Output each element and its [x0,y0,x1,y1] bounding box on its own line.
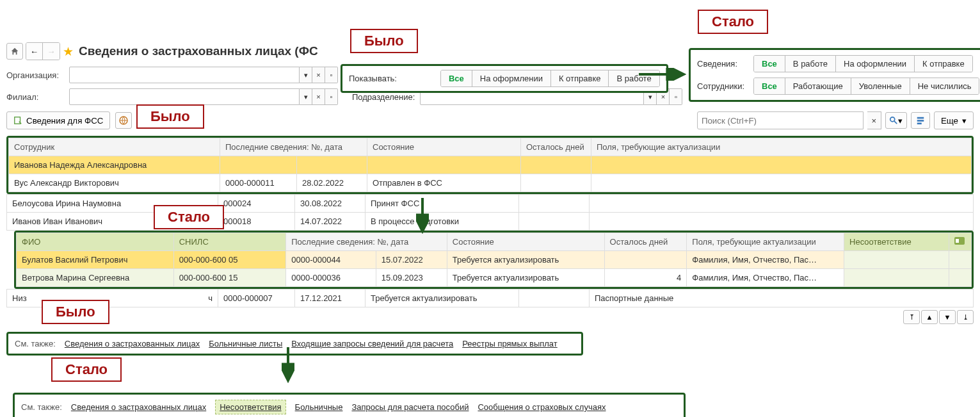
arrow-2 [416,197,429,235]
link-new-5[interactable]: Сообщения о страховых случаях [478,402,606,412]
seg-new2-none[interactable]: Не числились [910,78,979,94]
link-old-1[interactable]: Сведения о застрахованных лицах [65,339,200,348]
seg-new1-all[interactable]: Все [754,56,785,72]
seg-new-row1: Все В работе На оформлении К отправке [753,55,973,72]
branch-open[interactable]: ▫ [325,88,338,105]
table-row[interactable]: Белоусова Ирина Наумовна 000024 30.08.20… [7,195,974,213]
table-row[interactable]: Иванова Надежда Александровна [9,156,972,174]
link-new-2[interactable]: Несоответствия [215,400,285,414]
link-old-3[interactable]: Входящие запросы сведений для расчета [291,339,453,348]
table-row[interactable]: Булатов Василий Петрович 000-000-600 05 … [17,251,972,269]
cell-days [521,156,591,174]
th-fio[interactable]: ФИО [17,233,174,251]
seg-old-processing[interactable]: На оформлении [472,70,551,86]
table-row[interactable]: Вус Александр Викторович 0000-000011 28.… [9,174,972,192]
fss-info-button[interactable]: Сведения для ФСС [6,111,110,129]
seg-new1-tosend[interactable]: К отправке [915,56,972,72]
th-mismatch[interactable]: Несоответствие [844,233,949,251]
th-card-icon[interactable] [949,233,971,251]
back-button[interactable]: ← [26,43,43,60]
branch-dropdown[interactable]: ▾ [300,88,312,105]
th-snils[interactable]: СНИЛС [173,233,286,251]
seg-old-tosend[interactable]: К отправке [551,70,609,86]
page-title: Сведения о застрахованных лицах (ФС [79,44,318,58]
svg-rect-7 [917,117,924,119]
cell-days [519,213,590,231]
org-dropdown[interactable]: ▾ [300,67,312,83]
seg-new1-processing[interactable]: На оформлении [836,56,915,72]
cell-date: 15.09.2023 [376,269,447,287]
cell-date: 14.07.2022 [295,213,365,231]
link-old-4[interactable]: Реестры прямых выплат [462,339,558,348]
th-days2[interactable]: Осталось дней [604,233,687,251]
th-fields2[interactable]: Поля, требующие актуализации [687,233,844,251]
th-emp[interactable]: Сотрудник [9,138,220,156]
cell-state [367,156,521,174]
table-new-frame: ФИО СНИЛС Последние сведения: №, дата Со… [14,231,974,289]
org-open[interactable]: ▫ [325,67,338,83]
table-new[interactable]: ФИО СНИЛС Последние сведения: №, дата Со… [16,233,972,287]
cell-card [949,269,971,287]
table-old[interactable]: Сотрудник Последние сведения: №, дата Со… [8,138,972,192]
svg-line-6 [894,121,897,124]
cell-state: Требуется актуализировать [365,290,519,307]
dept-open[interactable]: ▫ [670,88,682,105]
link-new-3[interactable]: Больничные [295,402,343,412]
search-clear[interactable]: × [867,111,881,129]
link-old-2[interactable]: Больничные листы [209,339,282,348]
search-input[interactable] [697,111,864,129]
link-new-1[interactable]: Сведения о застрахованных лицах [71,402,206,412]
th-last[interactable]: Последние сведения: №, дата [220,138,367,156]
cell-fields: Фамилия, Имя, Отчество, Пас… [687,269,844,287]
table-mid: Белоусова Ирина Наумовна 000024 30.08.20… [6,194,974,231]
cell-card [949,251,971,269]
th-fields[interactable]: Поля, требующие актуализации [591,138,972,156]
seg-new1-inwork[interactable]: В работе [785,56,836,72]
globe-button[interactable] [115,112,132,129]
cell-num: 000024 [218,195,295,213]
seg-new2-working[interactable]: Работающие [785,78,851,94]
home-button[interactable] [6,43,23,60]
branch-clear[interactable]: × [312,88,325,105]
seg-new-row2: Все Работающие Уволенные Не числились [753,78,979,95]
org-clear[interactable]: × [312,67,325,83]
th-last2[interactable]: Последние сведения: №, дата [286,233,447,251]
cell-num: 0000-000044 [286,251,376,269]
cell-num: 0000-000007 [218,290,295,307]
table-row[interactable]: Низч 0000-000007 17.12.2021 Требуется ак… [7,290,974,307]
seg-new-label2: Сотрудники: [697,81,748,91]
th-state2[interactable]: Состояние [447,233,604,251]
cell-fields [591,156,972,174]
cell-state: Принят ФСС [365,195,519,213]
show-label: Показывать: [349,74,397,83]
svg-point-5 [890,117,895,122]
th-days[interactable]: Осталось дней [521,138,591,156]
cell-fields [590,213,974,231]
svg-rect-11 [956,239,959,243]
cell-days [604,251,687,269]
cell-date: 28.02.2022 [297,174,367,192]
frame-seg-old: Показывать: Все На оформлении К отправке… [341,64,668,93]
link-new-4[interactable]: Запросы для расчета пособий [351,402,469,412]
cell-num: 0000-000036 [286,269,376,287]
table-row[interactable]: Иванов Иван Иванович 000018 14.07.2022 В… [7,213,974,231]
list-settings-button[interactable] [911,112,930,129]
org-input[interactable] [69,67,300,83]
nav-last[interactable]: ⤓ [957,310,974,324]
seg-old-all[interactable]: Все [441,70,472,86]
table-row[interactable]: Ветрова Марина Сергеевна 000-000-600 15 … [17,269,972,287]
cell-date [297,156,367,174]
seg-new2-all[interactable]: Все [754,78,785,94]
cell-days [521,174,591,192]
seg-old: Все На оформлении К отправке В работе [440,70,660,87]
nav-up[interactable]: ▲ [921,310,938,324]
nav-first[interactable]: ⤒ [903,310,920,324]
cell-snils: 000-000-600 05 [173,251,286,269]
branch-input[interactable] [69,88,300,105]
seg-new2-fired[interactable]: Уволенные [851,78,910,94]
search-button[interactable]: ▾ [885,112,907,129]
forward-button[interactable]: → [43,43,60,60]
th-state[interactable]: Состояние [367,138,521,156]
nav-down[interactable]: ▼ [939,310,956,324]
more-button[interactable]: Еще ▾ [934,111,974,129]
